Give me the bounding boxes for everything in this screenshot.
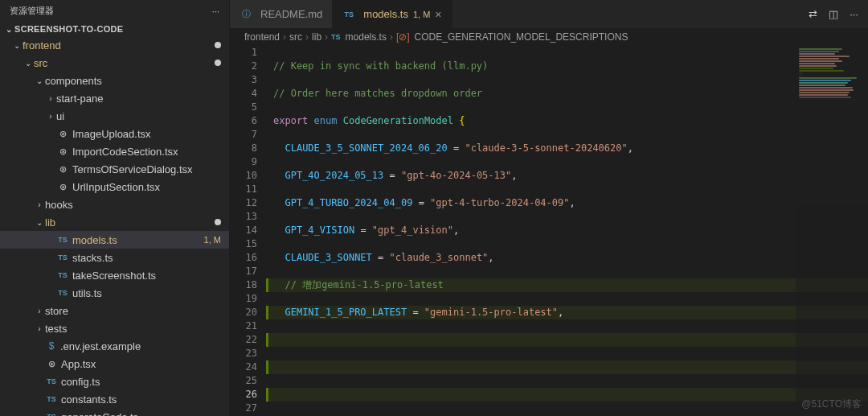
file-tree: ⌄frontend ⌄src ⌄components ›start-pane ›… [0, 36, 229, 416]
compare-icon[interactable]: ⇄ [809, 8, 817, 20]
sidebar-title: 资源管理器 [10, 5, 54, 17]
chevron-right-icon: › [45, 94, 56, 103]
tab-models[interactable]: TS models.ts 1, M × [333, 0, 452, 28]
modified-dot-icon [215, 219, 221, 225]
chevron-down-icon: ⌄ [34, 76, 45, 85]
modified-dot-icon [215, 60, 221, 66]
tree-folder-start-pane[interactable]: ›start-pane [0, 89, 229, 107]
tree-folder-ui[interactable]: ›ui [0, 107, 229, 125]
tree-folder-tests[interactable]: ›tests [0, 319, 229, 337]
minimap[interactable] [796, 47, 868, 402]
typescript-icon: TS [56, 233, 69, 246]
tree-file-models[interactable]: TSmodels.ts1, M [0, 231, 229, 249]
typescript-icon: TS [56, 286, 69, 299]
editor-area: ⓘ README.md TS models.ts 1, M × ⇄ ◫ ··· … [230, 0, 868, 416]
sidebar: 资源管理器 ··· ⌄ SCREENSHOT-TO-CODE ⌄frontend… [0, 0, 230, 416]
tree-file[interactable]: TSstacks.ts [0, 249, 229, 266]
sidebar-more-icon[interactable]: ··· [212, 6, 219, 16]
react-icon: ⊛ [56, 127, 69, 140]
modified-dot-icon [215, 42, 221, 48]
tree-folder-src[interactable]: ⌄src [0, 54, 229, 72]
tree-file[interactable]: ⊛TermsOfServiceDialog.tsx [0, 160, 229, 178]
react-icon: ⊛ [56, 145, 69, 158]
chevron-right-icon: › [34, 307, 45, 315]
chevron-right-icon: › [34, 324, 45, 333]
modified-badge: 1, M [204, 235, 221, 245]
tree-file[interactable]: TSutils.ts [0, 284, 229, 302]
breadcrumb-symbol[interactable]: [⊘]CODE_GENERATION_MODEL_DESCRIPTIONS [396, 31, 628, 43]
breadcrumb-item[interactable]: lib [312, 31, 321, 43]
typescript-icon: TS [45, 375, 58, 388]
close-icon[interactable]: × [435, 8, 441, 21]
tree-file[interactable]: TSconfig.ts [0, 373, 229, 390]
typescript-icon: TS [45, 393, 58, 406]
tree-folder-frontend[interactable]: ⌄frontend [0, 36, 229, 54]
chevron-down-icon: ⌄ [11, 41, 23, 50]
tab-modified-badge: 1, M [413, 10, 430, 19]
editor[interactable]: 1234567891011121314151617181920212223242… [230, 46, 868, 416]
chevron-down-icon: ⌄ [23, 59, 34, 68]
sidebar-header: 资源管理器 ··· [0, 0, 229, 22]
tree-folder-store[interactable]: ›store [0, 302, 229, 319]
info-icon: ⓘ [240, 8, 252, 21]
tree-file[interactable]: ⊛ImageUpload.tsx [0, 125, 229, 142]
tree-folder-hooks[interactable]: ›hooks [0, 196, 229, 213]
typescript-icon: TS [45, 410, 58, 416]
tab-bar: ⓘ README.md TS models.ts 1, M × ⇄ ◫ ··· [230, 0, 868, 28]
env-icon: $ [45, 340, 58, 352]
chevron-down-icon: ⌄ [3, 25, 14, 34]
tab-readme[interactable]: ⓘ README.md [230, 0, 333, 28]
tree-folder-components[interactable]: ⌄components [0, 72, 229, 89]
watermark: @51CTO博客 [801, 397, 862, 411]
tree-file[interactable]: ⊛App.tsx [0, 355, 229, 373]
react-icon: ⊛ [56, 180, 69, 193]
tree-file[interactable]: TSgenerateCode.ts [0, 408, 229, 416]
tree-file[interactable]: $.env.jest.example [0, 337, 229, 355]
gutter: 1234567891011121314151617181920212223242… [230, 46, 268, 416]
breadcrumb-item[interactable]: frontend [244, 31, 280, 43]
code[interactable]: // Keep in sync with backend (llm.py) //… [268, 46, 868, 416]
split-icon[interactable]: ◫ [829, 8, 838, 20]
typescript-icon: TS [56, 251, 69, 264]
react-icon: ⊛ [56, 163, 69, 175]
tree-file[interactable]: TStakeScreenshot.ts [0, 266, 229, 284]
breadcrumb: frontend› src› lib› TSmodels.ts› [⊘]CODE… [230, 28, 868, 46]
project-header[interactable]: ⌄ SCREENSHOT-TO-CODE [0, 22, 229, 36]
chevron-right-icon: › [34, 200, 45, 209]
project-name: SCREENSHOT-TO-CODE [14, 24, 123, 34]
chevron-right-icon: › [45, 112, 56, 121]
typescript-icon: TS [56, 269, 69, 282]
typescript-icon: TS [342, 8, 355, 21]
react-icon: ⊛ [45, 357, 58, 370]
tree-file[interactable]: ⊛ImportCodeSection.tsx [0, 142, 229, 160]
tree-folder-lib[interactable]: ⌄lib [0, 213, 229, 231]
more-icon[interactable]: ··· [850, 8, 858, 20]
breadcrumb-item[interactable]: TSmodels.ts [331, 31, 387, 43]
breadcrumb-item[interactable]: src [289, 31, 302, 43]
tree-file[interactable]: TSconstants.ts [0, 390, 229, 408]
chevron-down-icon: ⌄ [34, 218, 45, 227]
tab-actions: ⇄ ◫ ··· [799, 8, 868, 20]
tree-file[interactable]: ⊛UrlInputSection.tsx [0, 178, 229, 196]
